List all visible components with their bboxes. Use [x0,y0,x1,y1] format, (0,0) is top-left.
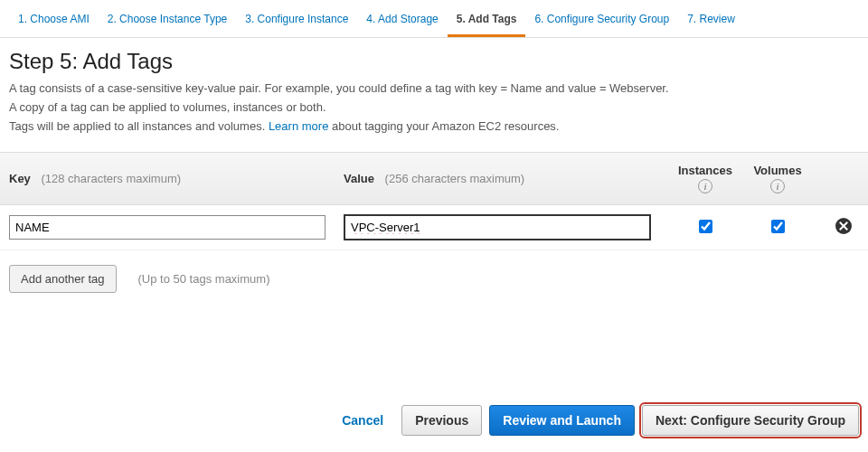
remove-tag-icon[interactable] [835,218,852,234]
col-volumes-label: Volumes [741,164,814,177]
add-tag-row: Add another tag (Up to 50 tags maximum) [0,250,868,307]
tags-table-header: Key (128 characters maximum) Value (256 … [0,152,868,205]
tag-row [0,205,868,250]
instances-checkbox[interactable] [699,220,712,233]
tag-key-input[interactable] [9,215,326,240]
desc-line3-pre: Tags will be applied to all instances an… [9,119,269,133]
step-review[interactable]: 7. Review [678,7,744,37]
main-content: Step 5: Add Tags A tag consists of a cas… [0,38,868,136]
info-icon[interactable]: i [770,179,785,193]
step-choose-ami[interactable]: 1. Choose AMI [9,7,99,37]
desc-line3-post: about tagging your Amazon EC2 resources. [328,119,559,133]
learn-more-link[interactable]: Learn more [269,119,328,133]
col-key-label: Key [9,172,31,185]
col-value-hint: (256 characters maximum) [385,172,525,185]
info-icon[interactable]: i [698,179,712,193]
col-instances-label: Instances [669,164,741,177]
col-key-hint: (128 characters maximum) [41,172,181,185]
add-another-tag-button[interactable]: Add another tag [9,265,117,293]
step-configure-instance[interactable]: 3. Configure Instance [236,7,357,37]
tag-value-input[interactable] [344,214,651,240]
desc-line2: A copy of a tag can be applied to volume… [9,100,326,114]
wizard-steps: 1. Choose AMI 2. Choose Instance Type 3.… [0,0,868,38]
step-add-storage[interactable]: 4. Add Storage [357,7,447,37]
step-add-tags[interactable]: 5. Add Tags [448,7,526,37]
step-choose-instance-type[interactable]: 2. Choose Instance Type [99,7,237,37]
step-configure-security-group[interactable]: 6. Configure Security Group [525,7,678,37]
col-value-label: Value [344,172,374,185]
volumes-checkbox[interactable] [771,220,785,233]
desc-line1: A tag consists of a case-sensitive key-v… [9,81,669,95]
page-description: A tag consists of a case-sensitive key-v… [9,80,859,136]
add-tag-hint: (Up to 50 tags maximum) [138,272,270,286]
page-title: Step 5: Add Tags [9,49,859,74]
